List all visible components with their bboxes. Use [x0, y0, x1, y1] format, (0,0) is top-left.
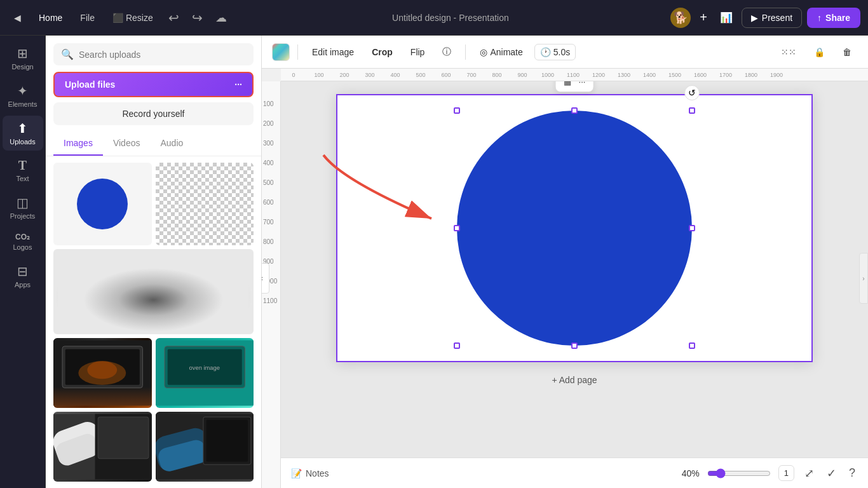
- upload-btn-label: Upload files: [65, 79, 115, 90]
- document-title: Untitled design - Presentation: [236, 13, 665, 23]
- oven-glove-thumb: [53, 412, 152, 482]
- image-transparent[interactable]: [156, 163, 254, 245]
- rotate-handle[interactable]: ↺: [684, 85, 700, 100]
- sidebar-item-apps[interactable]: ⊟ Apps: [3, 259, 43, 294]
- resize-handle-tr[interactable]: [689, 107, 695, 114]
- checkered-thumb: [156, 163, 254, 245]
- ruler-mark-1500: 1500: [662, 72, 688, 78]
- canvas-blue-circle[interactable]: ↺: [457, 111, 692, 346]
- sidebar-item-label: Text: [16, 175, 29, 182]
- svg-rect-15: [98, 417, 149, 459]
- nav-file-btn[interactable]: File: [74, 9, 101, 27]
- ruler-left-mark: 100: [262, 100, 280, 107]
- tab-videos[interactable]: Videos: [103, 132, 151, 156]
- divider-2: [465, 44, 466, 60]
- sidebar-item-elements[interactable]: ✦ Elements: [3, 78, 43, 113]
- trash-icon: 🗑: [843, 47, 851, 57]
- check-btn[interactable]: ✓: [824, 464, 839, 483]
- canvas-area: Edit image Crop Flip ⓘ ◎ Animate 🕐 5.0s: [262, 36, 868, 488]
- nav-resize-btn[interactable]: ⬛ Resize: [106, 9, 159, 27]
- float-show-hide-btn[interactable]: ▦: [561, 81, 574, 89]
- add-page-bar[interactable]: + Add page: [336, 369, 813, 391]
- tab-audio[interactable]: Audio: [150, 132, 193, 156]
- elements-icon: ✦: [17, 83, 28, 98]
- undo-btn[interactable]: ↩: [165, 6, 183, 29]
- canvas-scroll[interactable]: ▦ ···: [281, 81, 868, 458]
- add-page-label: + Add page: [552, 375, 597, 385]
- ruler-mark-1600: 1600: [688, 72, 713, 78]
- cloud-save-btn[interactable]: ☁: [212, 7, 231, 29]
- right-scroll-handle[interactable]: ›: [859, 253, 868, 304]
- resize-handle-br[interactable]: [689, 342, 695, 349]
- search-input[interactable]: [79, 50, 246, 60]
- canvas-float-toolbar: ▦ ···: [555, 81, 594, 92]
- notes-btn[interactable]: 📝 Notes: [291, 468, 329, 478]
- image-oven-dark[interactable]: [53, 338, 152, 408]
- ruler-mark-700: 700: [459, 72, 484, 78]
- upload-files-btn[interactable]: Upload files ···: [53, 72, 254, 97]
- main-area: ⊞ Design ✦ Elements ⬆ Uploads T Text ◫ P…: [0, 36, 868, 488]
- add-btn[interactable]: +: [696, 6, 711, 29]
- text-icon: T: [18, 158, 27, 173]
- ruler-mark-1300: 1300: [611, 72, 637, 78]
- icon-sidebar: ⊞ Design ✦ Elements ⬆ Uploads T Text ◫ P…: [0, 36, 46, 488]
- nav-home-btn[interactable]: Home: [32, 9, 69, 27]
- image-oven-glove[interactable]: [53, 412, 152, 482]
- lock-btn[interactable]: 🔒: [808, 43, 831, 61]
- page-number-btn[interactable]: 1: [778, 465, 794, 481]
- ruler-mark-1200: 1200: [586, 72, 611, 78]
- info-btn[interactable]: ⓘ: [436, 43, 458, 62]
- flip-btn[interactable]: Flip: [404, 43, 431, 61]
- sidebar-item-text[interactable]: T Text: [3, 153, 43, 187]
- svg-point-1: [84, 268, 224, 332]
- sidebar-item-uploads[interactable]: ⬆ Uploads: [3, 116, 43, 151]
- canvas-toolbar: Edit image Crop Flip ⓘ ◎ Animate 🕐 5.0s: [262, 36, 868, 69]
- ruler-mark-1900: 1900: [764, 72, 789, 78]
- resize-handle-bm[interactable]: [571, 342, 578, 349]
- edit-image-btn[interactable]: Edit image: [306, 43, 360, 61]
- resize-handle-bl[interactable]: [454, 342, 460, 349]
- color-palette-btn[interactable]: [272, 43, 290, 61]
- animate-label: Animate: [490, 47, 522, 57]
- expand-canvas-btn[interactable]: ⤢: [802, 464, 817, 483]
- zoom-percent-label: 40%: [682, 468, 700, 478]
- float-more-btn[interactable]: ···: [576, 81, 588, 89]
- resize-handle-tm[interactable]: [571, 107, 578, 114]
- page-number: 1: [784, 468, 789, 478]
- resize-handle-tl[interactable]: [454, 107, 460, 114]
- flip-label: Flip: [410, 47, 425, 57]
- resize-handle-rm[interactable]: [689, 225, 695, 231]
- image-oven-dark2[interactable]: [156, 412, 254, 482]
- ruler-left-mark: 800: [262, 238, 280, 245]
- delete-btn[interactable]: 🗑: [836, 43, 858, 61]
- animate-btn[interactable]: ◎ Animate: [473, 43, 529, 61]
- present-btn[interactable]: ▶ Present: [742, 8, 802, 28]
- share-btn[interactable]: ↑ Share: [807, 8, 860, 28]
- help-btn[interactable]: ?: [846, 464, 858, 482]
- image-oven-teal[interactable]: oven image: [156, 338, 254, 408]
- projects-icon: ◫: [17, 195, 29, 210]
- image-shadow-blob[interactable]: [53, 249, 254, 334]
- collapse-panel-btn[interactable]: ‹: [262, 263, 269, 294]
- resize-handle-lm[interactable]: [454, 225, 460, 231]
- crop-btn[interactable]: Crop: [365, 43, 399, 61]
- sidebar-item-design[interactable]: ⊞ Design: [3, 41, 43, 76]
- zoom-slider[interactable]: [707, 468, 771, 478]
- sidebar-item-projects[interactable]: ◫ Projects: [3, 190, 43, 225]
- time-badge[interactable]: 🕐 5.0s: [534, 44, 576, 60]
- images-grid: oven image: [46, 156, 261, 488]
- redo-btn[interactable]: ↪: [188, 6, 207, 29]
- record-yourself-btn[interactable]: Record yourself: [53, 102, 254, 125]
- image-blue-circle[interactable]: [53, 163, 152, 245]
- share-icon: ↑: [817, 13, 822, 23]
- analytics-btn[interactable]: 📊: [716, 8, 736, 27]
- ruler-top: 0 100 200 300 400 500 600 700 800 900 10…: [281, 69, 868, 81]
- user-avatar[interactable]: 🐕: [670, 8, 691, 28]
- tab-images[interactable]: Images: [53, 132, 103, 156]
- grid-dots-btn[interactable]: ⁙⁙: [775, 43, 803, 61]
- time-label: 5.0s: [553, 47, 570, 57]
- search-box: 🔍: [53, 43, 254, 65]
- nav-back-btn[interactable]: ◀: [8, 9, 27, 27]
- sidebar-item-logos[interactable]: CO₂ Logos: [3, 227, 43, 256]
- ruler-left-mark: 1100: [262, 297, 280, 304]
